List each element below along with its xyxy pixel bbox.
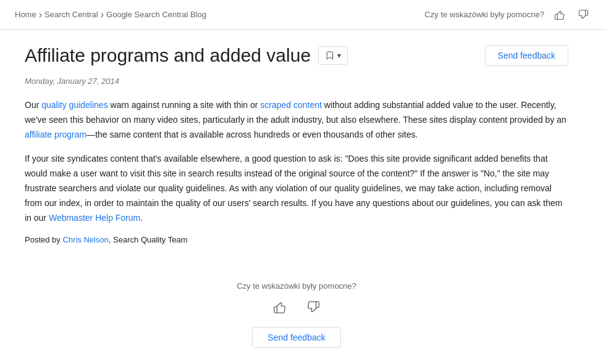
thumbs-up-bottom-button[interactable] [268,298,292,320]
header-helpful-text: Czy te wskazówki były pomocne? [424,10,544,19]
article-body: Our quality guidelines warn against runn… [25,98,568,225]
bottom-helpful-text: Czy te wskazówki były pomocne? [237,281,356,291]
bookmark-button[interactable]: ▾ [318,46,348,65]
affiliate-program-link[interactable]: affiliate program [25,130,86,139]
thumbs-down-bottom-button[interactable] [301,298,325,320]
bottom-vote-icons [268,298,325,320]
page-title-row: Affiliate programs and added value ▾ Sen… [25,44,568,67]
thumbs-down-bottom-icon [306,300,320,314]
para2-end: . [140,213,143,223]
thumbs-up-bottom-icon [273,300,287,314]
post-date: Monday, January 27, 2014 [25,77,568,86]
thumbs-up-icon [554,9,565,20]
header-right: Czy te wskazówki były pomocne? [424,7,591,23]
breadcrumb-blog[interactable]: Google Search Central Blog [106,10,206,19]
posted-by-suffix: , Search Quality Team [109,235,188,244]
para1-before: Our [25,100,41,110]
bookmark-icon [325,51,335,60]
bookmark-chevron: ▾ [337,51,341,60]
thumbs-down-icon [578,9,589,20]
thumbs-up-header-button[interactable] [552,7,568,23]
page-title: Affiliate programs and added value [25,44,311,67]
breadcrumb-search-central[interactable]: Search Central [44,10,98,19]
posted-by: Posted by Chris Nelson, Search Quality T… [25,235,568,244]
author-link[interactable]: Chris Nelson [62,235,108,244]
breadcrumb-sep-1: › [39,9,42,20]
breadcrumb-sep-2: › [101,9,104,20]
send-feedback-header-button[interactable]: Send feedback [485,45,568,66]
bottom-feedback-section: Czy te wskazówki były pomocne? Send feed… [25,269,568,360]
paragraph-1: Our quality guidelines warn against runn… [25,98,568,142]
scraped-content-link[interactable]: scraped content [260,100,322,110]
para1-end: —the same content that is available acro… [86,130,418,139]
quality-guidelines-link[interactable]: quality guidelines [41,100,107,110]
thumbs-down-header-button[interactable] [575,7,591,23]
send-feedback-bottom-button[interactable]: Send feedback [252,327,340,348]
breadcrumb-home[interactable]: Home [15,10,36,19]
webmaster-help-forum-link[interactable]: Webmaster Help Forum [49,213,140,223]
paragraph-2: If your site syndicates content that's a… [25,152,568,225]
main-content: Affiliate programs and added value ▾ Sen… [0,30,593,364]
para1-middle1: warn against running a site with thin or [108,100,261,110]
posted-by-prefix: Posted by [25,235,62,244]
breadcrumb: Home › Search Central › Google Search Ce… [15,9,424,20]
page-title-left: Affiliate programs and added value ▾ [25,44,348,67]
top-nav: Home › Search Central › Google Search Ce… [0,0,606,30]
